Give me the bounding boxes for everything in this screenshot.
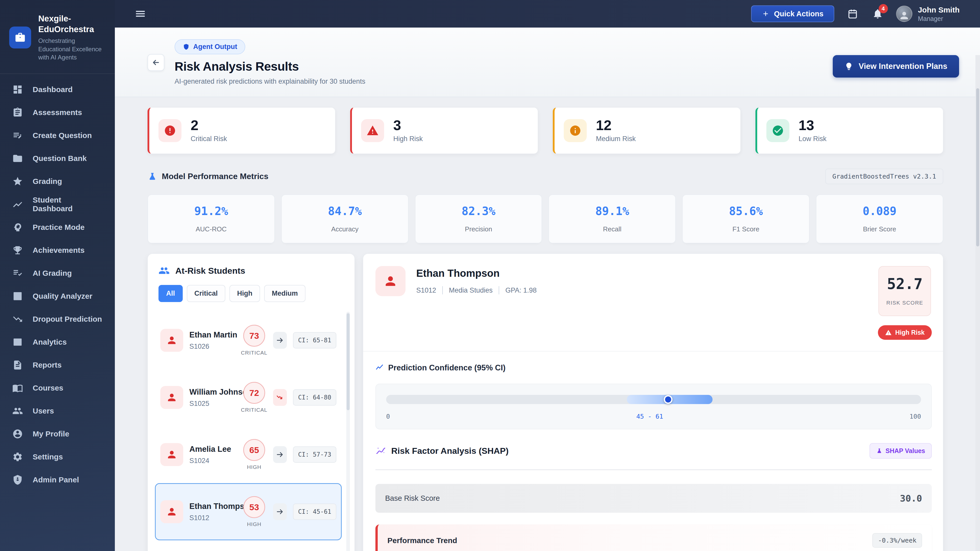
student-row[interactable]: Ethan Thompson S1012 53 HIGH [155, 483, 342, 540]
sidebar-item[interactable]: AI Grading [0, 262, 115, 285]
sidebar-item[interactable]: My Profile [0, 422, 115, 445]
risk-level-icon [767, 119, 789, 142]
sidebar-item-icon [12, 383, 23, 393]
student-detail-id: S1012 [416, 286, 436, 294]
risk-summary-card: 12 Medium Risk [553, 107, 741, 154]
sidebar-item-label: Analytics [33, 338, 67, 346]
sidebar-item-label: Dashboard [33, 85, 73, 94]
sidebar-item-icon [12, 199, 23, 210]
metric-label: Accuracy [331, 225, 359, 233]
sidebar-item[interactable]: Practice Mode [0, 216, 115, 239]
sidebar-item[interactable]: Admin Panel [0, 468, 115, 491]
confidence-interval-badge: CI: 45-61 [293, 503, 336, 520]
meta-divider [442, 286, 443, 294]
menu-icon[interactable] [133, 6, 148, 21]
page-scrollbar[interactable] [975, 55, 980, 551]
at-risk-students-panel: At-Risk Students AllCriticalHighMedium [148, 254, 355, 551]
view-intervention-plans-button[interactable]: View Intervention Plans [833, 55, 959, 78]
sidebar-item-label: Practice Mode [33, 223, 84, 232]
student-id: S1012 [189, 514, 235, 522]
metric-value: 82.3% [462, 205, 495, 218]
risk-filter-button[interactable]: All [159, 285, 183, 302]
confidence-track [386, 395, 921, 404]
risk-level-icon [159, 119, 181, 142]
back-button[interactable] [148, 54, 164, 71]
user-menu[interactable]: John Smith Manager [896, 5, 959, 22]
sidebar-item[interactable]: Analytics [0, 330, 115, 354]
sidebar-item-icon [12, 176, 23, 187]
confidence-max-label: 100 [910, 413, 921, 420]
calendar-icon[interactable] [846, 7, 859, 21]
notification-count-badge: 4 [879, 4, 888, 13]
student-row[interactable]: Ethan Martin S1026 73 CRITICAL [155, 312, 342, 369]
metric-label: AUC-ROC [196, 225, 227, 233]
confidence-range-label: 45 - 61 [636, 413, 663, 420]
app-tagline: Orchestrating Educational Excellence wit… [38, 37, 106, 62]
sidebar-item[interactable]: Student Dashboard [0, 193, 115, 216]
student-avatar-icon [160, 386, 183, 409]
risk-score-circle: 53 [243, 496, 265, 518]
student-list-scrollbar-thumb[interactable] [347, 313, 350, 410]
students-panel-title: At-Risk Students [175, 266, 245, 276]
sidebar-item-icon [12, 291, 23, 302]
model-metrics-header: Model Performance Metrics GradientBooste… [148, 168, 943, 184]
sidebar-item[interactable]: Courses [0, 376, 115, 400]
metric-card: 84.7% Accuracy [281, 194, 409, 243]
risk-count: 3 [393, 118, 423, 132]
sidebar-item[interactable]: Grading [0, 170, 115, 193]
notifications-bell-icon[interactable]: 4 [871, 7, 884, 21]
shap-divider [375, 469, 932, 470]
sidebar-item-icon [12, 130, 23, 141]
user-info: John Smith Manager [918, 5, 959, 22]
sidebar-item-label: Reports [33, 361, 62, 369]
metric-label: Recall [603, 225, 621, 233]
risk-factor-card: Performance Trend -0.3%/week +0.3 [375, 524, 932, 551]
sidebar-item[interactable]: Quality Analyzer [0, 285, 115, 308]
page-scrollbar-thumb[interactable] [976, 88, 979, 246]
agent-output-badge: Agent Output [175, 39, 245, 54]
meta-divider [499, 286, 499, 294]
app-title: Nexgile-EduOrchestra [38, 13, 106, 35]
quick-actions-button[interactable]: Quick Actions [751, 5, 834, 22]
sidebar-item[interactable]: Question Bank [0, 147, 115, 170]
sidebar-item-label: Create Question [33, 131, 92, 140]
sidebar-item[interactable]: Reports [0, 354, 115, 376]
base-risk-value: 30.0 [900, 493, 922, 503]
base-risk-label: Base Risk Score [385, 494, 440, 503]
student-avatar-icon [160, 329, 183, 352]
shap-values-badge: SHAP Values [870, 443, 932, 459]
high-risk-badge: High Risk [878, 325, 932, 340]
student-row[interactable]: Amelia Lee S1024 65 HIGH [155, 426, 342, 483]
base-risk-row: Base Risk Score 30.0 [375, 484, 932, 513]
sidebar-item[interactable]: Dashboard [0, 78, 115, 101]
sidebar-item[interactable]: Users [0, 400, 115, 422]
sidebar-item[interactable]: Achievements [0, 239, 115, 262]
flask-icon [148, 171, 157, 181]
student-list-scrollbar[interactable] [346, 312, 350, 551]
main-column: Quick Actions 4 John Smith Manager [115, 0, 980, 551]
model-metrics-row: 91.2% AUC-ROC 84.7% Accuracy 82.3% Preci… [148, 194, 943, 243]
trend-icon [273, 446, 287, 463]
sidebar-item-icon [12, 314, 23, 324]
risk-filter-button[interactable]: High [229, 285, 260, 302]
risk-filter-button[interactable]: Critical [187, 285, 226, 302]
app-logo: Nexgile-EduOrchestra Orchestrating Educa… [0, 0, 115, 72]
student-row[interactable]: William Johnson S1025 72 CRITICAL [155, 369, 342, 426]
student-id: S1024 [189, 457, 235, 465]
student-name: Amelia Lee [189, 445, 235, 454]
risk-level-icon [361, 119, 384, 142]
sidebar-item-icon [12, 245, 23, 256]
sidebar-item[interactable]: Settings [0, 445, 115, 468]
student-detail-gpa: GPA: 1.98 [505, 286, 537, 294]
confidence-point-marker [664, 395, 673, 404]
sidebar-item[interactable]: Dropout Prediction [0, 308, 115, 330]
sidebar-item-label: Achievements [33, 246, 84, 254]
confidence-interval-badge: CI: 64-80 [293, 389, 336, 406]
risk-filter-button[interactable]: Medium [264, 285, 305, 302]
student-detail-name: Ethan Thompson [416, 268, 537, 279]
sidebar-item[interactable]: Create Question [0, 124, 115, 147]
student-avatar-icon [160, 443, 183, 466]
factor-rate-badge: -0.3%/week [872, 533, 922, 548]
sidebar-item[interactable]: Assessments [0, 101, 115, 124]
student-row[interactable]: Lucas Davis S1015 52 HIGH [155, 540, 342, 551]
